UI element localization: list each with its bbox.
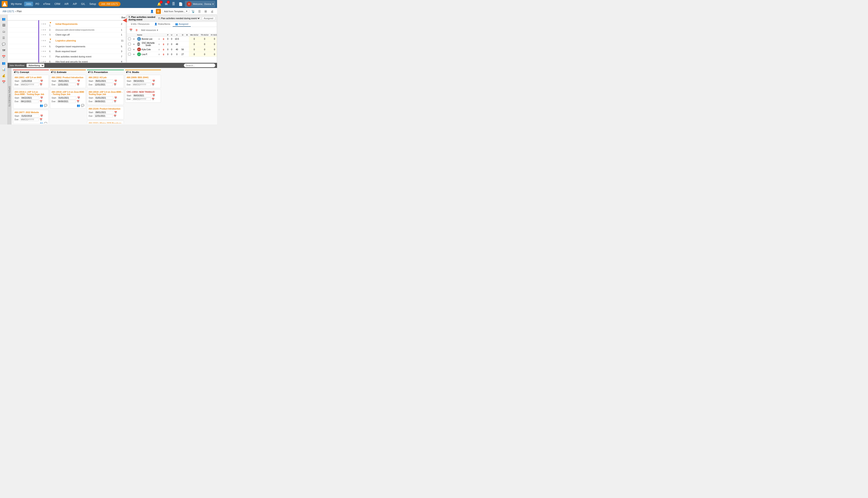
row-check[interactable]: [127, 37, 132, 41]
nav-ar[interactable]: A/R: [63, 2, 70, 6]
calendar-icon[interactable]: 📅: [114, 115, 117, 117]
delete-toolbar-btn[interactable]: 🗑: [134, 28, 139, 32]
task-name-cell[interactable]: Organize travel requirements: [54, 44, 119, 49]
task-name-cell[interactable]: Plan activities needed during event: [54, 54, 119, 59]
sidebar-icon-list[interactable]: ☰: [1, 35, 6, 40]
person-checkbox[interactable]: [128, 53, 131, 55]
resource-view-icon[interactable]: 👤: [149, 9, 155, 14]
nav-ap[interactable]: A/P: [71, 2, 78, 6]
card-title[interactable]: AM-13002: Product Introduction: [52, 76, 84, 79]
day-cell[interactable]: 0: [210, 41, 217, 47]
due-input[interactable]: [94, 114, 113, 118]
sidebar-icon-map[interactable]: 🗺: [1, 48, 6, 53]
due-input[interactable]: [132, 97, 151, 101]
person-checkbox[interactable]: [128, 43, 131, 45]
day-cell[interactable]: 0: [210, 37, 217, 41]
calendar-icon[interactable]: 📅: [152, 83, 155, 86]
calendar-icon[interactable]: 📅: [77, 96, 80, 99]
plan-view-icon[interactable]: ⚙: [156, 9, 161, 14]
day-cell[interactable]: 0: [200, 47, 210, 52]
start-input[interactable]: [21, 79, 39, 83]
card-title[interactable]: AM-13018: eSP 3.4 on Zeus:8080 - Testing…: [89, 91, 122, 95]
nav-setup[interactable]: Setup: [88, 2, 97, 6]
docs-button[interactable]: 📄: [178, 1, 184, 7]
user-menu[interactable]: D Welcome, Donna ▾: [185, 1, 215, 7]
person-star[interactable]: ☆: [157, 52, 161, 57]
users-icon[interactable]: 👥: [40, 122, 43, 123]
due-input[interactable]: [57, 83, 76, 86]
due-input[interactable]: [94, 83, 113, 86]
due-input[interactable]: [57, 100, 76, 103]
calendar-icon[interactable]: 📅: [40, 83, 42, 86]
day-cell[interactable]: 0: [189, 41, 199, 47]
person-star[interactable]: ☆: [157, 37, 161, 41]
day-cell[interactable]: 0: [210, 52, 217, 57]
rss-icon[interactable]: 📡: [190, 9, 196, 14]
task-name-cell[interactable]: Client sign-off: [54, 32, 119, 37]
calendar-icon[interactable]: 📅: [152, 98, 155, 101]
notifications-button[interactable]: 🔔1: [156, 1, 162, 7]
popup-close-button[interactable]: Assigned: [202, 16, 215, 20]
person-delete[interactable]: 🗑: [161, 52, 166, 57]
workflow-search-input[interactable]: [184, 64, 215, 67]
day-cell[interactable]: 0: [189, 47, 199, 52]
nav-crm[interactable]: CRM: [53, 2, 62, 6]
calendar-icon[interactable]: 📅: [152, 94, 155, 97]
calendar-icon[interactable]: 📅: [77, 80, 80, 82]
due-input[interactable]: [20, 118, 39, 121]
due-input[interactable]: [20, 83, 39, 86]
workflow-select[interactable]: Advertising: [26, 64, 44, 67]
nav-jobs[interactable]: Jobs: [24, 2, 33, 6]
start-input[interactable]: [132, 94, 152, 97]
card-title[interactable]: AM-13151: Winter 2020 Brochure: [89, 122, 122, 123]
card-title[interactable]: CRC-13002: NEW TRABAJO: [127, 91, 159, 93]
chat-icon[interactable]: 💬: [81, 104, 84, 107]
day-cell[interactable]: 0: [189, 52, 199, 57]
task-name-cell[interactable]: Discuss with client initial requirements: [54, 28, 119, 32]
sidebar-icon-chart[interactable]: 📊: [1, 67, 6, 72]
detail-view-icon[interactable]: ⊞: [203, 9, 208, 14]
nav-gl[interactable]: G/L: [79, 2, 87, 6]
users-icon[interactable]: 👥: [77, 104, 80, 107]
tab-assigned[interactable]: 👥 Assigned: [173, 22, 191, 27]
calendar-icon[interactable]: 📅: [152, 80, 155, 82]
day-cell[interactable]: 0: [189, 37, 199, 41]
calendar-icon[interactable]: 📅: [77, 83, 79, 86]
calendar-icon[interactable]: 📅: [77, 100, 79, 103]
expand-arrow-icon[interactable]: ▼: [49, 38, 52, 41]
start-input[interactable]: [21, 96, 39, 100]
sidebar-icon-gallery[interactable]: 🖼: [1, 23, 6, 28]
expand-arrow-icon[interactable]: ▼: [49, 21, 52, 24]
row-check[interactable]: [127, 41, 132, 47]
due-input[interactable]: [20, 100, 39, 103]
person-checkbox[interactable]: [128, 37, 131, 40]
start-input[interactable]: [94, 111, 113, 114]
task-name-cell[interactable]: Initial Requirements: [54, 21, 119, 28]
nav-job-current[interactable]: Job: AM-13171: [98, 2, 120, 6]
add-resources-dropdown-icon[interactable]: ▾: [157, 29, 158, 31]
calendar-icon[interactable]: 📅: [40, 115, 43, 117]
users-icon[interactable]: 👥: [40, 104, 43, 107]
card-title[interactable]: AM-13009: BBS 20441: [127, 76, 159, 79]
start-input[interactable]: [94, 79, 113, 83]
calendar-toolbar-btn[interactable]: 📅: [129, 28, 133, 32]
calendar-icon[interactable]: 📅: [40, 100, 42, 103]
sidebar-icon-finance[interactable]: 💰: [1, 73, 6, 78]
person-delete[interactable]: 🗑: [161, 41, 166, 47]
calendar-icon[interactable]: 📅: [114, 83, 117, 86]
start-input[interactable]: [132, 79, 152, 83]
sidebar-icon-calendar[interactable]: 📅: [1, 54, 6, 59]
day-cell[interactable]: 0: [200, 37, 210, 41]
calendar-icon[interactable]: 📅: [40, 118, 42, 121]
tab-info-resources[interactable]: ℹ Info / Resources: [129, 22, 152, 27]
task-name-cell[interactable]: Book required travel: [54, 49, 119, 54]
person-checkbox[interactable]: [128, 48, 131, 51]
day-cell[interactable]: 0: [200, 41, 210, 47]
start-input[interactable]: [21, 114, 39, 118]
popup-task-select[interactable]: 7. Plan activities needed during event: [158, 17, 200, 20]
sidebar-icon-users[interactable]: 👥: [1, 61, 6, 66]
row-check[interactable]: [127, 52, 132, 57]
calendar-icon[interactable]: 📅: [40, 80, 43, 82]
row-check[interactable]: [127, 47, 132, 52]
task-name-cell[interactable]: Hire food and security for event: [54, 59, 119, 63]
